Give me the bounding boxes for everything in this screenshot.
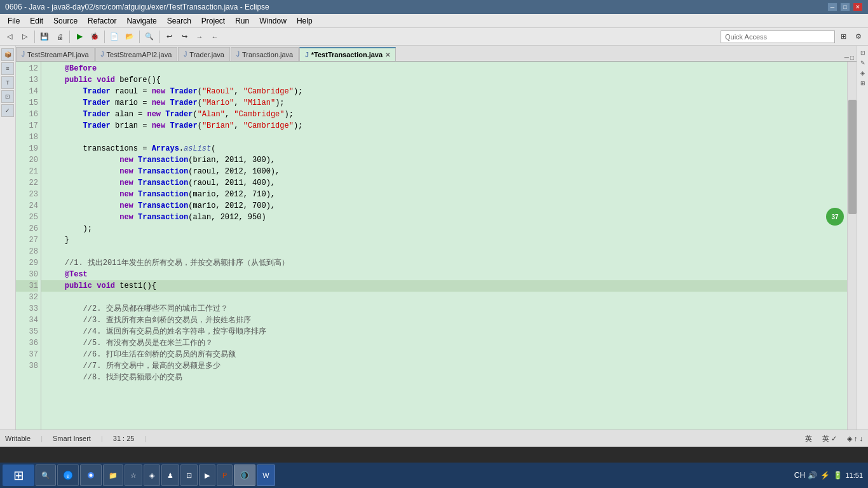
sidebar-tasks[interactable]: ✓ bbox=[1, 104, 14, 117]
right-icon-1[interactable]: ⊡ bbox=[858, 48, 867, 57]
right-icon-4[interactable]: ⊞ bbox=[858, 79, 867, 88]
toolbar-print[interactable]: 🖨 bbox=[53, 30, 67, 44]
right-sidebar: ⊡ ✎ ◈ ⊞ bbox=[857, 46, 868, 430]
toolbar-forward[interactable]: ▷ bbox=[18, 30, 32, 44]
taskbar-app-box[interactable]: ⊡ bbox=[180, 464, 198, 486]
code-line-24: new Transaction(mario, 2012, 700), bbox=[46, 201, 275, 210]
toolbar-new[interactable]: 📄 bbox=[107, 30, 121, 44]
svg-text:e: e bbox=[67, 472, 70, 479]
menubar: File Edit Source Refactor Navigate Searc… bbox=[0, 14, 868, 28]
minimize-button[interactable]: ─ bbox=[827, 3, 837, 11]
menu-navigate[interactable]: Navigate bbox=[121, 15, 161, 27]
tab-transaction[interactable]: J Transaction.java bbox=[231, 47, 299, 61]
toolbar-sep-4 bbox=[139, 30, 140, 43]
maximize-button[interactable]: □ bbox=[840, 3, 850, 11]
menu-source[interactable]: Source bbox=[48, 15, 83, 27]
menu-search[interactable]: Search bbox=[162, 15, 196, 27]
titlebar: 0606 - Java - java8-day02/src/com/atguig… bbox=[0, 0, 868, 14]
taskbar-app-explorer[interactable]: 📁 bbox=[103, 464, 123, 486]
code-line-31: public void test1(){ bbox=[41, 280, 847, 292]
code-line-30: @Test bbox=[46, 270, 88, 279]
right-icon-2[interactable]: ✎ bbox=[858, 58, 867, 67]
line-num-31: 31 bbox=[16, 280, 38, 292]
code-editor[interactable]: @Before public void before(){ Trader rao… bbox=[41, 62, 847, 430]
sidebar-outline[interactable]: ≡ bbox=[1, 62, 14, 75]
code-line-15: Trader mario = new Trader("Mario", "Mila… bbox=[46, 98, 285, 107]
line-num-13: 13 bbox=[16, 74, 38, 86]
code-line-12: @Before bbox=[46, 64, 97, 73]
vertical-scrollbar[interactable] bbox=[847, 62, 857, 430]
close-button[interactable]: ✕ bbox=[853, 3, 863, 11]
tray-battery[interactable]: 🔋 bbox=[832, 470, 843, 480]
tab-label-3: Trader.java bbox=[189, 51, 224, 58]
menu-refactor[interactable]: Refactor bbox=[83, 15, 121, 27]
taskbar-app-search[interactable]: 🔍 bbox=[36, 464, 56, 486]
scrollbar-thumb[interactable] bbox=[848, 100, 857, 214]
tray-volume[interactable]: ⚡ bbox=[820, 470, 830, 480]
toolbar-settings[interactable]: ⚙ bbox=[851, 30, 865, 44]
toolbar-sep-5 bbox=[159, 30, 159, 43]
taskbar-app-ie[interactable]: e bbox=[57, 464, 79, 486]
line-num-19: 19 bbox=[16, 143, 38, 154]
taskbar-app-chess[interactable]: ♟ bbox=[161, 464, 179, 486]
taskbar-app-word[interactable]: W bbox=[257, 464, 275, 486]
toolbar-save[interactable]: 💾 bbox=[37, 30, 51, 44]
taskbar-app-star[interactable]: ☆ bbox=[125, 464, 142, 486]
toolbar-open[interactable]: 📂 bbox=[123, 30, 137, 44]
line-num-20: 20 bbox=[16, 154, 38, 166]
toolbar-next[interactable]: → bbox=[193, 30, 207, 44]
tab-maximize-btn[interactable]: □ bbox=[850, 54, 854, 61]
menu-file[interactable]: File bbox=[3, 15, 25, 27]
code-line-18 bbox=[46, 133, 51, 142]
menu-help[interactable]: Help bbox=[292, 15, 318, 27]
toolbar-sep-2 bbox=[69, 30, 70, 43]
statusbar: Writable | Smart Insert | 31 : 25 | 英 英 … bbox=[0, 430, 868, 447]
toolbar-perspective[interactable]: ⊞ bbox=[836, 30, 850, 44]
quick-access-label: Quick Access bbox=[725, 33, 767, 41]
tab-test-transaction[interactable]: J *TestTransaction.java ✕ bbox=[299, 47, 396, 61]
status-encoding: ◈ ↑ ↓ bbox=[847, 435, 863, 443]
tray-network[interactable]: 🔊 bbox=[807, 470, 817, 480]
sidebar-bookmarks[interactable]: ⊡ bbox=[1, 90, 14, 103]
toolbar-debug[interactable]: 🐞 bbox=[88, 30, 102, 44]
line-num-35: 35 bbox=[16, 326, 38, 337]
tab-test-stream-api2[interactable]: J TestStreamAPI2.java bbox=[95, 47, 178, 61]
toolbar-run[interactable]: ▶ bbox=[72, 30, 86, 44]
taskbar-app-chrome[interactable] bbox=[80, 464, 102, 486]
toolbar-undo[interactable]: ↩ bbox=[162, 30, 176, 44]
menu-window[interactable]: Window bbox=[254, 15, 292, 27]
line-num-34: 34 bbox=[16, 315, 38, 326]
tray-time[interactable]: 11:51 bbox=[845, 471, 863, 480]
taskbar-app-media[interactable]: ▶ bbox=[199, 464, 215, 486]
code-line-33: //3. 查找所有来自剑桥的交易员，并按姓名排序 bbox=[46, 316, 251, 325]
tab-test-stream-api[interactable]: J TestStreamAPI.java bbox=[16, 47, 95, 61]
tab-label-2: TestStreamAPI2.java bbox=[107, 51, 172, 58]
menu-edit[interactable]: Edit bbox=[25, 15, 48, 27]
status-sep-1: | bbox=[41, 435, 43, 442]
toolbar-redo[interactable]: ↪ bbox=[177, 30, 191, 44]
tab-trader[interactable]: J Trader.java bbox=[178, 47, 230, 61]
line-num-27: 27 bbox=[16, 234, 38, 246]
tray-lang[interactable]: CH bbox=[794, 470, 804, 480]
taskbar-app-ppt[interactable]: P bbox=[217, 464, 233, 486]
tab-label-1: TestStreamAPI.java bbox=[27, 51, 89, 58]
tab-icon-4: J bbox=[236, 51, 240, 58]
tab-controls: ─ □ bbox=[844, 54, 857, 61]
toolbar-back[interactable]: ◁ bbox=[3, 30, 17, 44]
menu-run[interactable]: Run bbox=[230, 15, 254, 27]
toolbar-search[interactable]: 🔍 bbox=[142, 30, 156, 44]
sidebar-type[interactable]: T bbox=[1, 76, 14, 89]
quick-access-input[interactable]: Quick Access bbox=[721, 30, 835, 43]
taskbar-app-diamond[interactable]: ◈ bbox=[144, 464, 160, 486]
code-line-29: //1. 找出2011年发生的所有交易，并按交易额排序（从低到高） bbox=[46, 259, 289, 268]
menu-project[interactable]: Project bbox=[196, 15, 230, 27]
tab-minimize-btn[interactable]: ─ bbox=[844, 54, 849, 61]
sidebar-package-explorer[interactable]: 📦 bbox=[1, 48, 14, 61]
code-line-16: Trader alan = new Trader("Alan", "Cambri… bbox=[46, 110, 294, 119]
start-button[interactable]: ⊞ bbox=[3, 464, 34, 486]
right-icon-3[interactable]: ◈ bbox=[858, 69, 867, 78]
taskbar-app-eclipse[interactable] bbox=[234, 464, 255, 486]
tab-close-5[interactable]: ✕ bbox=[385, 51, 390, 58]
toolbar-prev[interactable]: ← bbox=[208, 30, 222, 44]
status-sep-2: | bbox=[101, 435, 103, 442]
